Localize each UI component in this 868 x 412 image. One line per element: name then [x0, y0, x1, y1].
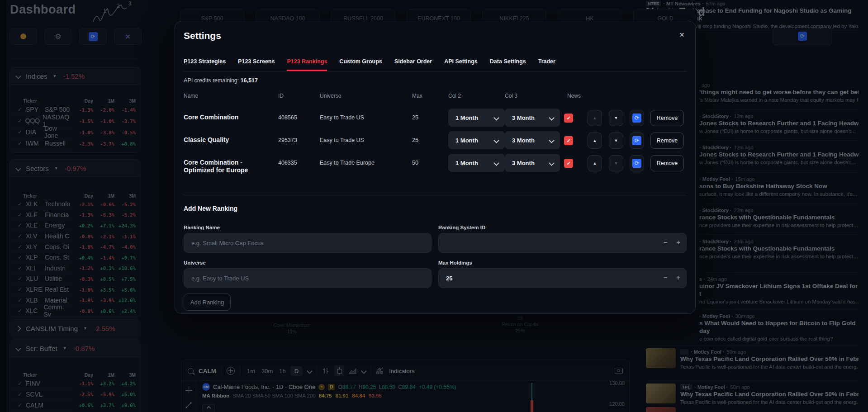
column-header-id: ID: [278, 93, 284, 99]
sync-button[interactable]: ⟳: [630, 133, 644, 149]
move-up-button[interactable]: ▲: [588, 110, 602, 126]
triangle-up-icon: ▲: [593, 161, 597, 166]
ranking-row: Classic Quality 295373 Easy to Trade US …: [175, 131, 695, 150]
modal-tabs: P123 Strategies P123 Screens P123 Rankin…: [184, 58, 687, 71]
max-holdings-label: Max Holdings: [438, 260, 472, 265]
ranking-universe: Easy to Trade US: [320, 114, 408, 121]
app-root: Dashboard 1 2 3 ⚙ ⟳ × Indices ▼ -1.52% T…: [0, 0, 868, 412]
ranking-system-id-label: Ranking System ID: [438, 225, 485, 230]
triangle-down-icon: ▼: [614, 161, 618, 166]
triangle-up-icon: ▲: [593, 138, 597, 143]
api-credits: API credits remaining: 16,517: [184, 77, 258, 84]
chevron-down-icon: [493, 160, 499, 166]
ranking-name: Core Combination: [184, 114, 267, 121]
column-header-name: Name: [184, 93, 198, 99]
refresh-icon: ⟳: [632, 159, 641, 168]
universe-input[interactable]: [184, 268, 432, 288]
col2-select[interactable]: 1 Month: [448, 154, 505, 172]
col3-select[interactable]: 3 Month: [505, 131, 560, 149]
ranking-system-id-input[interactable]: [438, 233, 687, 253]
column-header-col2: Col 2: [448, 93, 461, 99]
chevron-down-icon: [493, 137, 499, 143]
modal-tab[interactable]: Custom Groups: [339, 58, 382, 71]
news-checkbox[interactable]: ✓: [564, 159, 573, 168]
col2-select[interactable]: 1 Month: [448, 131, 505, 149]
sync-button[interactable]: ⟳: [630, 110, 644, 126]
refresh-icon: ⟳: [632, 136, 641, 145]
col2-select[interactable]: 1 Month: [448, 109, 505, 127]
chevron-down-icon: [549, 160, 555, 166]
decrement-button[interactable]: −: [664, 274, 668, 281]
add-new-ranking-heading: Add New Ranking: [184, 205, 237, 212]
refresh-icon: ⟳: [632, 114, 641, 123]
settings-modal: Settings × P123 Strategies P123 Screens …: [175, 21, 696, 314]
ranking-universe: Easy to Trade US: [320, 137, 408, 143]
ranking-max: 50: [412, 160, 418, 166]
ranking-id: 408565: [278, 114, 297, 121]
modal-tab[interactable]: Sidebar Order: [394, 58, 432, 71]
remove-button[interactable]: Remove: [650, 133, 684, 149]
ranking-max: 25: [412, 137, 418, 143]
modal-tab[interactable]: P123 Strategies: [184, 58, 226, 71]
move-down-button[interactable]: ▼: [609, 155, 623, 171]
modal-tab[interactable]: P123 Rankings: [287, 58, 327, 71]
move-down-button[interactable]: ▼: [609, 133, 623, 149]
close-icon[interactable]: ×: [679, 30, 684, 39]
section-divider: [184, 195, 687, 195]
universe-label: Universe: [184, 260, 206, 265]
news-checkbox[interactable]: ✓: [564, 136, 573, 145]
decrement-button[interactable]: −: [664, 238, 668, 246]
ranking-row: Core Combination 408565 Easy to Trade US…: [175, 108, 695, 127]
chevron-down-icon: [549, 137, 555, 143]
col3-select[interactable]: 3 Month: [505, 154, 560, 172]
triangle-down-icon: ▼: [614, 138, 618, 143]
remove-button[interactable]: Remove: [650, 155, 684, 171]
ranking-row: Core Combination - Optimized for Europe …: [175, 153, 695, 172]
column-header-col3: Col 3: [505, 93, 517, 99]
add-ranking-button[interactable]: Add Ranking: [184, 294, 231, 311]
chevron-down-icon: [549, 115, 555, 121]
move-up-button[interactable]: ▲: [588, 155, 602, 171]
ranking-name: Classic Quality: [184, 136, 267, 144]
modal-title: Settings: [184, 30, 221, 41]
chevron-down-icon: [493, 115, 499, 121]
increment-button[interactable]: +: [676, 274, 680, 281]
col3-select[interactable]: 3 Month: [505, 109, 560, 127]
ranking-id: 406335: [278, 160, 297, 166]
modal-tab[interactable]: P123 Screens: [238, 58, 275, 71]
modal-tab[interactable]: Data Settings: [490, 58, 526, 71]
max-holdings-input[interactable]: [438, 268, 687, 288]
ranking-name: Core Combination - Optimized for Europe: [184, 159, 267, 174]
modal-tab[interactable]: Trader: [538, 58, 555, 71]
increment-button[interactable]: +: [676, 238, 680, 246]
column-header-max: Max: [412, 93, 422, 99]
column-header-universe: Universe: [320, 93, 341, 99]
api-credits-value: 16,517: [241, 77, 258, 84]
ranking-universe: Easy to Trade Europe: [320, 160, 408, 166]
ranking-name-label: Ranking Name: [184, 225, 220, 230]
move-down-button[interactable]: ▼: [609, 110, 623, 126]
column-header-news: News: [567, 93, 581, 99]
sync-button[interactable]: ⟳: [630, 155, 644, 171]
move-up-button[interactable]: ▲: [588, 133, 602, 149]
news-checkbox[interactable]: ✓: [564, 114, 573, 123]
remove-button[interactable]: Remove: [650, 110, 684, 126]
triangle-up-icon: ▲: [593, 116, 597, 120]
ranking-id: 295373: [278, 137, 297, 143]
modal-tab[interactable]: API Settings: [444, 58, 478, 71]
triangle-down-icon: ▼: [614, 116, 618, 120]
ranking-max: 25: [412, 114, 418, 121]
ranking-name-input[interactable]: [184, 233, 432, 253]
